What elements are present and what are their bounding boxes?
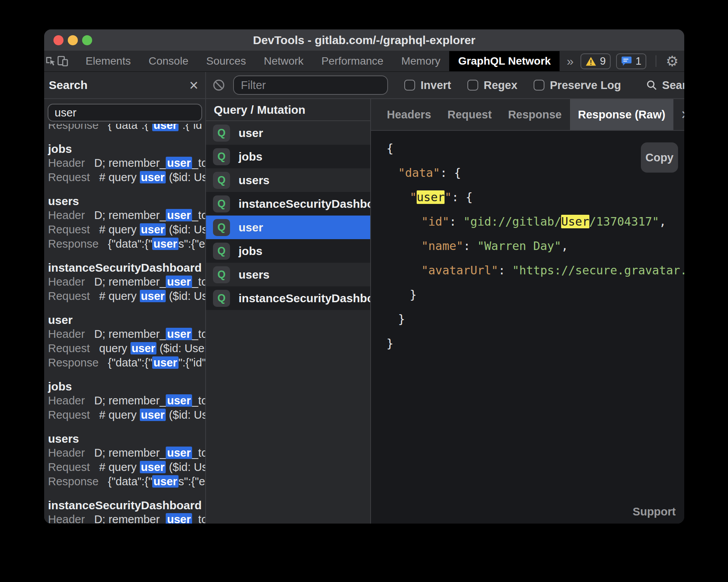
response-tab-request[interactable]: Request: [439, 99, 500, 130]
query-row-jobs[interactable]: Qjobs: [206, 239, 370, 263]
result-line-label: Request: [48, 461, 90, 474]
result-line-label: Header: [48, 328, 85, 341]
search-result-line-response[interactable]: Response{"data":{"user":{"id":"gid: [48, 124, 205, 132]
devtools-tab-memory[interactable]: Memory: [392, 51, 449, 71]
match-highlight: user: [152, 475, 178, 488]
search-result-line-header[interactable]: HeaderD; remember_user_token=e: [48, 156, 205, 170]
result-text: ($id: UserI: [166, 171, 205, 183]
search-result-line-request[interactable]: Request# query user ($id: UserI: [48, 408, 205, 422]
json-token: :: [463, 239, 477, 253]
match-highlight: user: [166, 157, 192, 169]
checkbox-regex[interactable]: Regex: [467, 79, 517, 92]
result-text: ($id: UserI: [166, 409, 205, 421]
result-group-users[interactable]: users: [48, 431, 205, 446]
close-window-button[interactable]: [53, 35, 64, 45]
result-group-user[interactable]: user: [48, 313, 205, 327]
devtools-tab-sources[interactable]: Sources: [197, 51, 255, 71]
search-input[interactable]: [48, 104, 202, 122]
json-line: "name": "Warren Day",: [371, 234, 684, 258]
json-match-highlight: User: [561, 215, 589, 228]
search-result-line-header[interactable]: HeaderD; remember_user_token=e: [48, 208, 205, 223]
settings-gear-icon[interactable]: ⚙: [666, 54, 678, 68]
response-tab-headers[interactable]: Headers: [379, 99, 439, 130]
result-line-label: Response: [48, 238, 99, 250]
query-row-label: instanceSecurityDashboard: [239, 292, 370, 305]
result-group-instancesecuritydashboard[interactable]: instanceSecurityDashboard: [48, 260, 205, 275]
query-type-badge: Q: [213, 195, 230, 212]
query-row-instancesecuritydashboard[interactable]: QinstanceSecurityDashboard: [206, 286, 370, 310]
search-result-line-request[interactable]: Request# query user ($id: UserI: [48, 170, 205, 185]
devtools-tab-strip: ElementsConsoleSourcesNetworkPerformance…: [77, 51, 560, 71]
message-count: 1: [635, 55, 641, 67]
search-result-line-request[interactable]: Request# query user ($id: UserI: [48, 460, 205, 474]
search-result-line-response[interactable]: Response{"data":{"user":{"id":"gid: [48, 356, 205, 370]
zoom-window-button[interactable]: [82, 35, 92, 45]
checkbox-label-regex: Regex: [484, 79, 517, 92]
checkbox-invert[interactable]: Invert: [404, 79, 451, 92]
result-line-label: Header: [48, 276, 85, 288]
query-row-jobs[interactable]: Qjobs: [206, 145, 370, 168]
match-highlight: user: [152, 124, 178, 131]
search-result-line-response[interactable]: Response{"data":{"users":{"edges: [48, 237, 205, 251]
search-result-line-request[interactable]: Request# query user ($id: UserI: [48, 289, 205, 303]
search-result-line-header[interactable]: HeaderD; remember_user_token=e: [48, 446, 205, 460]
devtools-tab-elements[interactable]: Elements: [77, 51, 140, 71]
response-raw-content: Copy {"data": {"user": {"id": "gid://git…: [371, 131, 684, 524]
query-row-users[interactable]: Qusers: [206, 263, 370, 286]
devtools-tab-graphql-network[interactable]: GraphQL Network: [449, 51, 560, 71]
search-result-line-request[interactable]: Request# query user ($id: UserI: [48, 223, 205, 237]
json-token: :: [452, 190, 465, 204]
warnings-badge[interactable]: 9: [580, 53, 611, 69]
search-result-line-header[interactable]: HeaderD; remember_user_token=e: [48, 275, 205, 289]
close-detail-pane-button[interactable]: ×: [673, 99, 684, 130]
messages-badge[interactable]: 1: [616, 53, 646, 69]
search-result-line-request[interactable]: Requestquery user ($id: UserI: [48, 341, 205, 356]
clear-log-icon[interactable]: [212, 79, 225, 92]
title-bar: DevTools - gitlab.com/-/graphql-explorer: [44, 29, 684, 51]
device-toolbar-button[interactable]: [57, 51, 69, 71]
query-row-user[interactable]: Quser: [206, 121, 370, 145]
json-viewer: {"data": {"user": {"id": "gid://gitlab/U…: [371, 136, 684, 356]
query-row-user[interactable]: Quser: [206, 216, 370, 239]
json-token: /13704317": [589, 215, 659, 228]
minimize-window-button[interactable]: [68, 35, 78, 45]
result-group-jobs[interactable]: jobs: [48, 142, 205, 156]
query-row-users[interactable]: Qusers: [206, 168, 370, 192]
devtools-tab-network[interactable]: Network: [255, 51, 312, 71]
filter-input[interactable]: [233, 75, 388, 95]
toolbar-search-button[interactable]: Search: [646, 79, 684, 92]
query-type-badge: Q: [213, 172, 230, 189]
search-result-line-header[interactable]: HeaderD; remember_user_token=e: [48, 327, 205, 341]
json-token: :: [498, 264, 512, 277]
more-tabs-button[interactable]: »: [560, 51, 580, 71]
traffic-lights: [53, 29, 92, 51]
result-line-value: query user ($id: UserI: [99, 342, 205, 355]
match-highlight: user: [166, 328, 192, 340]
response-detail-panel: HeadersRequestResponseResponse (Raw) × C…: [371, 99, 684, 524]
devtools-tab-console[interactable]: Console: [140, 51, 197, 71]
result-group-users[interactable]: users: [48, 194, 205, 208]
toolbar-search-label: Search: [662, 79, 684, 92]
result-group-instancesecuritydashboard[interactable]: instanceSecurityDashboard: [48, 498, 205, 512]
checkbox-preserve-log[interactable]: Preserve Log: [534, 79, 621, 92]
query-row-label: user: [239, 127, 263, 140]
result-line-value: # query user ($id: UserI: [99, 171, 205, 184]
inspect-element-button[interactable]: [44, 51, 57, 71]
match-highlight: user: [166, 513, 192, 524]
json-token: {: [454, 166, 461, 180]
inspect-cursor-icon: [44, 55, 57, 67]
query-row-instancesecuritydashboard[interactable]: QinstanceSecurityDashboard: [206, 192, 370, 216]
result-group-jobs[interactable]: jobs: [48, 379, 205, 394]
search-result-line-header[interactable]: HeaderD; remember_user_token=e: [48, 394, 205, 408]
support-link[interactable]: Support: [633, 505, 676, 518]
response-tab-response-raw[interactable]: Response (Raw): [570, 99, 674, 130]
response-tab-response[interactable]: Response: [500, 99, 570, 130]
close-search-pane-button[interactable]: ×: [189, 77, 198, 93]
search-result-line-response[interactable]: Response{"data":{"users":{"edges: [48, 474, 205, 489]
main-content: Response{"data":{"user":{"id":"gidjobsHe…: [44, 99, 684, 524]
devtools-tab-performance[interactable]: Performance: [312, 51, 392, 71]
more-options-menu-icon[interactable]: [684, 56, 684, 67]
json-token: ": [445, 190, 452, 204]
copy-button[interactable]: Copy: [641, 142, 678, 173]
search-result-line-header[interactable]: HeaderD; remember_user_token=e: [48, 512, 205, 524]
